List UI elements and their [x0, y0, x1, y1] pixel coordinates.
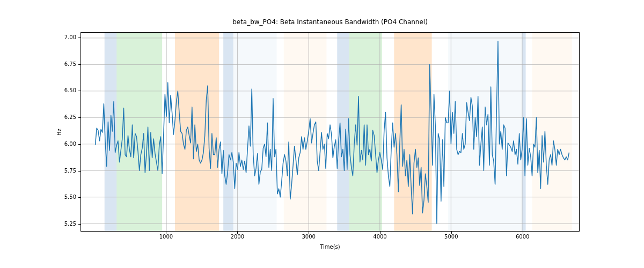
xtick-label: 4000: [364, 234, 396, 240]
svg-rect-1: [116, 33, 162, 231]
svg-rect-11: [532, 33, 572, 231]
svg-rect-2: [175, 33, 219, 231]
ytick-mark: [78, 224, 80, 225]
xtick-label: 3000: [292, 234, 325, 240]
plot-canvas: [81, 33, 579, 231]
y-axis-label: Hz: [54, 32, 64, 232]
svg-rect-7: [349, 33, 382, 231]
xtick-mark: [523, 232, 523, 234]
ytick-mark: [78, 144, 80, 145]
chart-title: beta_bw_PO4: Beta Instantaneous Bandwidt…: [80, 18, 580, 26]
xtick-label: 1000: [150, 234, 182, 240]
xtick-mark: [451, 232, 452, 234]
chart-axes: [80, 32, 580, 232]
xtick-mark: [237, 232, 238, 234]
xtick-label: 6000: [507, 234, 539, 240]
ytick-mark: [78, 64, 80, 65]
svg-rect-5: [284, 33, 327, 231]
svg-rect-9: [448, 33, 522, 231]
x-axis-label: Time(s): [80, 244, 580, 250]
figure: beta_bw_PO4: Beta Instantaneous Bandwidt…: [0, 0, 644, 268]
ytick-mark: [78, 117, 80, 118]
background-spans: [105, 33, 572, 231]
xtick-label: 5000: [435, 234, 467, 240]
xtick-mark: [380, 232, 380, 234]
svg-rect-4: [233, 33, 277, 231]
ytick-mark: [78, 38, 80, 38]
ytick-mark: [78, 171, 80, 172]
xtick-label: 2000: [221, 234, 253, 240]
svg-rect-3: [223, 33, 233, 231]
ytick-mark: [78, 197, 80, 198]
ytick-mark: [78, 91, 80, 91]
xtick-mark: [166, 232, 166, 234]
xtick-mark: [309, 232, 309, 234]
